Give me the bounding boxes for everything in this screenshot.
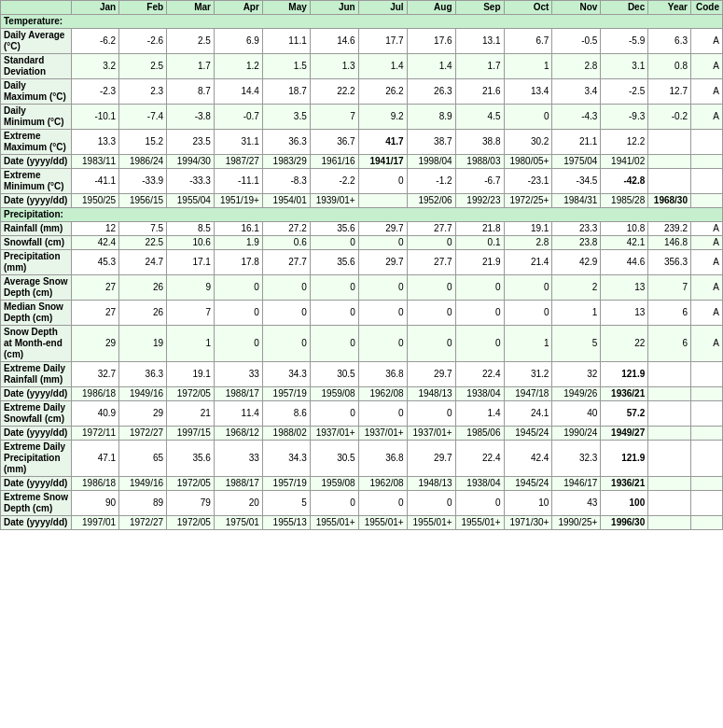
table-cell [690, 516, 722, 530]
table-cell: 32.3 [552, 441, 601, 477]
table-cell: 1975/04 [552, 155, 601, 169]
table-cell: 23.5 [167, 130, 215, 155]
table-cell: 239.2 [648, 222, 691, 236]
table-cell: 6 [648, 301, 691, 326]
table-cell: 1937/01+ [310, 427, 358, 441]
row-label: Date (yyyy/dd) [1, 516, 72, 530]
table-cell: 1945/24 [504, 477, 552, 491]
table-cell: 17.8 [214, 250, 262, 275]
table-cell: 17.7 [358, 29, 407, 54]
table-cell: 0 [407, 236, 455, 250]
table-cell: 0 [262, 326, 310, 362]
table-cell: 1948/13 [407, 387, 455, 401]
table-cell: A [690, 29, 722, 54]
table-cell: 6 [648, 326, 691, 362]
table-cell: 27.7 [262, 250, 310, 275]
table-cell: 1956/15 [119, 194, 167, 208]
table-cell: -42.8 [601, 169, 648, 194]
table-cell: 0 [504, 275, 552, 301]
table-cell [690, 441, 722, 477]
section-header: Temperature: [1, 15, 723, 29]
table-cell: 29 [119, 401, 167, 427]
table-cell: 17.6 [407, 29, 455, 54]
table-cell [648, 387, 691, 401]
table-cell: 1947/18 [504, 387, 552, 401]
col-header-nov: Nov [552, 1, 601, 15]
table-cell: A [690, 54, 722, 79]
table-cell: 0 [310, 401, 358, 427]
table-cell [690, 427, 722, 441]
table-cell: 0 [407, 491, 455, 516]
table-cell: 26 [119, 301, 167, 326]
table-cell: 1939/01+ [310, 194, 358, 208]
table-cell: -9.3 [601, 105, 648, 130]
table-cell: A [690, 105, 722, 130]
table-cell: -33.3 [167, 169, 215, 194]
col-header-jun: Jun [310, 1, 358, 15]
table-cell: 1.3 [310, 54, 358, 79]
table-cell: 6.9 [214, 29, 262, 54]
table-cell: -6.7 [455, 169, 504, 194]
table-cell: 1957/19 [262, 387, 310, 401]
table-cell: 34.3 [262, 362, 310, 387]
table-cell: 29.7 [358, 250, 407, 275]
table-cell: 0.1 [455, 236, 504, 250]
row-label: Median Snow Depth (cm) [1, 301, 72, 326]
table-cell: -0.2 [648, 105, 691, 130]
table-cell: 20 [214, 491, 262, 516]
table-cell: 0 [504, 301, 552, 326]
table-cell: 1998/04 [407, 155, 455, 169]
row-label: Average Snow Depth (cm) [1, 275, 72, 301]
table-cell: 0 [310, 491, 358, 516]
table-cell: 7.5 [119, 222, 167, 236]
table-cell: 0 [310, 236, 358, 250]
table-cell [690, 362, 722, 387]
table-cell: 1968/30 [648, 194, 691, 208]
table-cell: 10.6 [167, 236, 215, 250]
table-cell: 1988/17 [214, 477, 262, 491]
table-cell: 1997/01 [72, 516, 119, 530]
table-cell [648, 427, 691, 441]
table-cell [648, 491, 691, 516]
table-cell: 1988/02 [262, 427, 310, 441]
table-cell: -34.5 [552, 169, 601, 194]
table-cell: 31.1 [214, 130, 262, 155]
table-cell: 35.6 [310, 222, 358, 236]
table-cell: 1971/30+ [504, 516, 552, 530]
table-cell: 1962/08 [358, 477, 407, 491]
table-cell: 7 [167, 301, 215, 326]
table-cell: 19 [119, 326, 167, 362]
table-cell: 1972/27 [119, 516, 167, 530]
table-cell: 17.1 [167, 250, 215, 275]
table-cell: 1962/08 [358, 387, 407, 401]
table-cell: 10.8 [601, 222, 648, 236]
table-cell: 21.9 [455, 250, 504, 275]
table-cell: 6.3 [648, 29, 691, 54]
table-cell [648, 169, 691, 194]
table-cell: 29.7 [407, 441, 455, 477]
table-cell: 1972/05 [167, 387, 215, 401]
table-cell: 8.5 [167, 222, 215, 236]
table-cell: 2.8 [552, 54, 601, 79]
table-cell: 26.3 [407, 79, 455, 105]
table-cell: 35.6 [167, 441, 215, 477]
table-cell: 146.8 [648, 236, 691, 250]
table-cell: 1975/01 [214, 516, 262, 530]
table-cell: -41.1 [72, 169, 119, 194]
table-cell: 1997/15 [167, 427, 215, 441]
table-cell: 1936/21 [601, 477, 648, 491]
climate-table: Jan Feb Mar Apr May Jun Jul Aug Sep Oct … [0, 0, 723, 530]
table-cell: 19.1 [504, 222, 552, 236]
table-cell: A [690, 236, 722, 250]
table-cell: 14.4 [214, 79, 262, 105]
table-cell: -3.8 [167, 105, 215, 130]
table-cell: 0 [262, 275, 310, 301]
table-cell: 42.4 [72, 236, 119, 250]
row-label: Snow Depth at Month-end (cm) [1, 326, 72, 362]
table-cell: A [690, 250, 722, 275]
table-cell: 1952/06 [407, 194, 455, 208]
col-header-sep: Sep [455, 1, 504, 15]
table-cell: 27.7 [407, 250, 455, 275]
table-cell: 29 [72, 326, 119, 362]
table-cell: 1972/05 [167, 477, 215, 491]
